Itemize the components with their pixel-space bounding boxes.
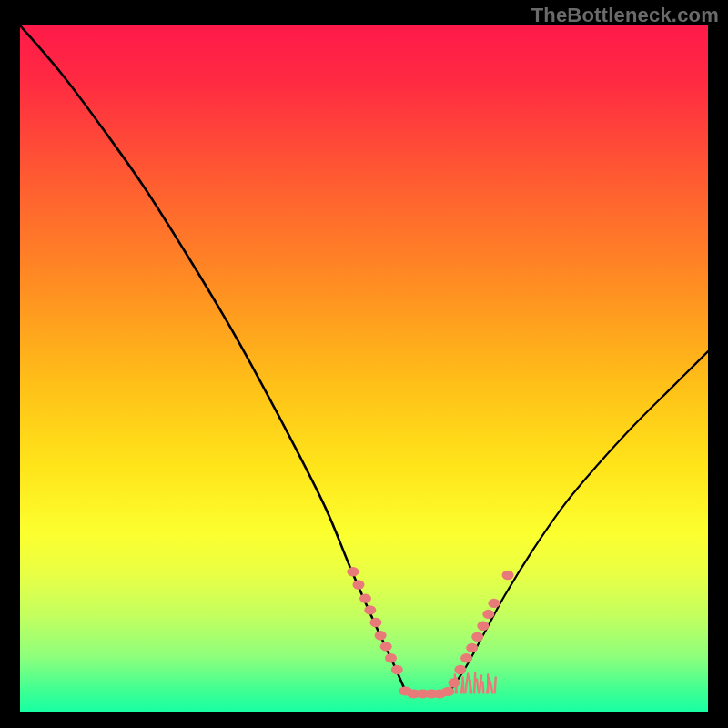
svg-point-7: [385, 653, 397, 662]
svg-line-38: [490, 681, 492, 693]
curve-right: [450, 351, 709, 691]
svg-point-8: [391, 665, 403, 674]
svg-line-29: [465, 673, 468, 693]
curve-left: [20, 25, 405, 691]
svg-point-17: [502, 571, 514, 580]
svg-line-39: [495, 677, 496, 693]
svg-point-14: [477, 622, 489, 631]
svg-point-15: [482, 610, 494, 619]
svg-point-2: [359, 593, 371, 602]
svg-point-6: [380, 642, 392, 651]
plot-area: [20, 25, 708, 712]
svg-point-1: [353, 580, 365, 589]
svg-line-32: [474, 672, 475, 693]
svg-point-11: [460, 653, 472, 662]
dot-cluster-valley: [399, 686, 454, 698]
svg-point-12: [466, 643, 478, 652]
dot-cluster-right: [449, 571, 514, 688]
svg-point-10: [454, 665, 466, 674]
svg-point-5: [375, 631, 387, 640]
chart-frame: TheBottleneck.com: [0, 0, 728, 728]
svg-point-4: [369, 618, 381, 627]
svg-line-34: [480, 675, 481, 693]
watermark-text: TheBottleneck.com: [531, 4, 719, 27]
svg-point-3: [364, 605, 376, 614]
svg-point-16: [488, 599, 500, 608]
dot-cluster-left: [347, 567, 402, 674]
svg-line-28: [463, 677, 464, 693]
svg-line-35: [482, 682, 483, 693]
svg-line-33: [477, 679, 479, 693]
svg-point-13: [471, 632, 483, 642]
grass-strokes: [450, 672, 496, 693]
chart-svg: [20, 25, 708, 712]
svg-point-0: [347, 567, 359, 576]
